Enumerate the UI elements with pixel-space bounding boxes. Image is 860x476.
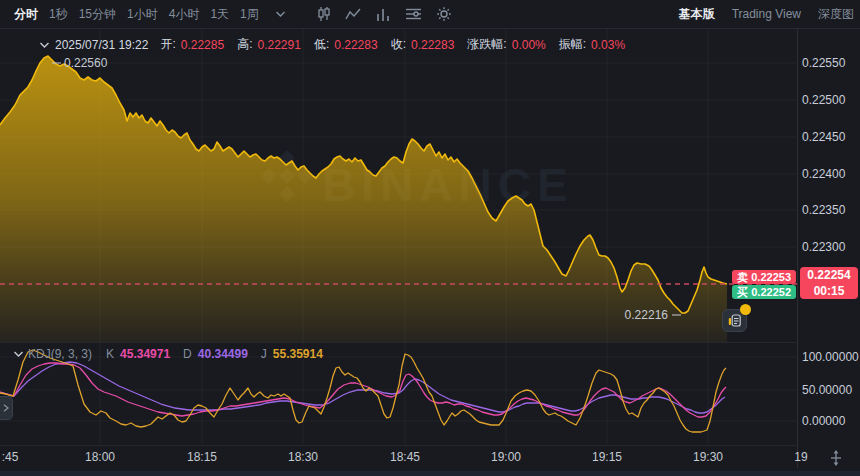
kdj-axis-label: 50.00000 — [802, 383, 858, 397]
amplitude-label: 振幅: — [559, 36, 586, 53]
buy-price: 0.22252 — [751, 286, 791, 298]
kdj-axis-label: 0.00000 — [802, 414, 858, 428]
kdj-d-value: 40.34499 — [198, 347, 248, 361]
buy-price-badge[interactable]: 买 0.22252 — [732, 285, 796, 299]
collapse-chevron-icon[interactable] — [40, 42, 49, 48]
time-axis-divider — [0, 445, 797, 446]
gear-icon[interactable] — [429, 3, 459, 25]
low-value: 0.22283 — [334, 38, 377, 52]
kdj-collapse-chevron-icon[interactable] — [14, 351, 23, 357]
interval-tab-4h[interactable]: 4小时 — [169, 6, 200, 23]
time-axis-label: 18:00 — [85, 450, 115, 464]
chart-settings-icon[interactable] — [399, 3, 429, 25]
open-label: 开: — [160, 36, 175, 53]
session-high-label: 0.22560 — [64, 56, 107, 70]
sell-price-badge[interactable]: 卖 0.22253 — [732, 270, 796, 284]
price-axis-label: 0.22550 — [802, 56, 858, 70]
bottom-strip — [0, 471, 860, 476]
sell-price: 0.22253 — [751, 271, 791, 283]
change-label: 涨跌幅: — [467, 36, 506, 53]
time-axis-label: 18:45 — [390, 450, 420, 464]
interval-tab-1w[interactable]: 1周 — [240, 6, 259, 23]
tab-basic-version[interactable]: 基本版 — [679, 6, 715, 23]
toolbar-icon-group — [309, 3, 459, 25]
change-value: 0.00% — [512, 38, 546, 52]
session-low-label: 0.22216 — [620, 308, 668, 322]
kdj-k-value: 45.34971 — [120, 347, 170, 361]
sell-buy-badges: 卖 0.22253 买 0.22252 — [732, 270, 796, 300]
kdj-j-label: J — [261, 347, 267, 361]
price-axis-label: 0.22450 — [802, 130, 858, 144]
last-price-value: 0.22254 — [800, 267, 858, 283]
time-axis-label: 18:15 — [187, 450, 217, 464]
sell-label: 卖 — [737, 270, 748, 285]
time-axis-label: :45 — [2, 450, 19, 464]
kdj-line-j — [0, 350, 726, 432]
price-axis-label: 0.22300 — [802, 240, 858, 254]
toolbar-right-group: 基本版 Trading View 深度图 — [662, 6, 854, 23]
ohlc-info-bar: 2025/07/31 19:22 开:0.22285 高:0.22291 低:0… — [40, 36, 638, 53]
time-axis-label: 19 — [794, 450, 807, 464]
interval-tab-15m[interactable]: 15分钟 — [79, 6, 116, 23]
pane-expander-button[interactable] — [0, 396, 13, 420]
interval-dropdown-caret-icon[interactable] — [276, 11, 285, 17]
time-axis-label: 19:00 — [491, 450, 521, 464]
time-axis-label: 19:15 — [592, 450, 622, 464]
candle-countdown: 00:15 — [800, 283, 858, 299]
open-value: 0.22285 — [181, 38, 224, 52]
amplitude-value: 0.03% — [591, 38, 625, 52]
close-value: 0.22283 — [411, 38, 454, 52]
axis-scale-icon[interactable] — [822, 448, 850, 468]
candlestick-icon[interactable] — [309, 3, 339, 25]
time-axis-label: 18:30 — [288, 450, 318, 464]
interval-tab-1h[interactable]: 1小时 — [127, 6, 158, 23]
interval-tab-fenshi[interactable]: 分时 — [14, 6, 38, 23]
chart-toolbar: 分时 1秒 15分钟 1小时 4小时 1天 1周 — [0, 0, 860, 29]
buy-label: 买 — [737, 285, 748, 300]
time-axis-label: 19:30 — [693, 450, 723, 464]
interval-tab-1s[interactable]: 1秒 — [49, 6, 68, 23]
kdj-axis-label: 100.00000 — [802, 350, 858, 364]
chart-canvas: BINANCE — [0, 0, 860, 476]
price-axis-label: 0.22400 — [802, 167, 858, 181]
notification-dot — [740, 304, 751, 315]
kdj-k-label: K — [106, 347, 114, 361]
close-label: 收: — [391, 36, 406, 53]
kdj-indicator-header: KDJ(9, 3, 3) K45.34971 D40.34499 J55.359… — [14, 347, 336, 361]
line-chart-icon[interactable] — [339, 3, 369, 25]
high-value: 0.22291 — [258, 38, 301, 52]
interval-tab-1d[interactable]: 1天 — [210, 6, 229, 23]
price-axis-divider — [797, 29, 798, 468]
last-price-badge: 0.22254 00:15 — [800, 267, 858, 299]
price-axis-label: 0.22500 — [802, 93, 858, 107]
kdj-d-label: D — [183, 347, 192, 361]
kdj-j-value: 55.35914 — [273, 347, 323, 361]
trading-chart-app: BINANCE 分时 1秒 15分钟 1小时 4小时 1天 1周 — [0, 0, 860, 476]
kdj-title: KDJ(9, 3, 3) — [28, 347, 92, 361]
price-axis-label: 0.22350 — [802, 203, 858, 217]
price-area-fill — [0, 56, 727, 342]
indicators-icon[interactable] — [369, 3, 399, 25]
low-label: 低: — [314, 36, 329, 53]
candle-datetime: 2025/07/31 19:22 — [55, 38, 148, 52]
tab-depth-chart[interactable]: 深度图 — [818, 6, 854, 23]
pane-divider[interactable] — [0, 342, 797, 343]
high-label: 高: — [237, 36, 252, 53]
tab-tradingview[interactable]: Trading View — [732, 7, 801, 21]
